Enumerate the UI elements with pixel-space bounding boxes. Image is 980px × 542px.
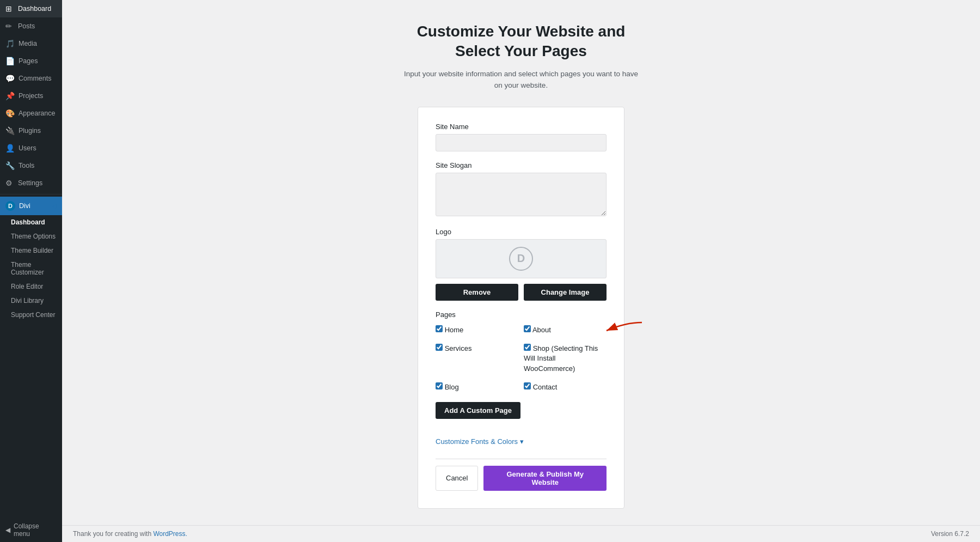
checkbox-blog[interactable] bbox=[436, 382, 443, 389]
site-slogan-label: Site Slogan bbox=[436, 161, 607, 169]
customize-fonts-link[interactable]: Customize Fonts & Colors ▾ bbox=[436, 437, 607, 446]
page-checkbox-about[interactable]: About bbox=[524, 324, 607, 335]
page-checkbox-contact[interactable]: Contact bbox=[524, 381, 607, 392]
sidebar-item-posts[interactable]: ✏ Posts bbox=[0, 17, 62, 35]
sidebar-item-media[interactable]: 🎵 Media bbox=[0, 35, 62, 52]
divi-arrow-icon: ◀ bbox=[52, 203, 57, 209]
pages-icon: 📄 bbox=[5, 57, 15, 65]
chevron-down-icon: ▾ bbox=[520, 437, 524, 446]
remove-button[interactable]: Remove bbox=[436, 284, 518, 301]
page-checkbox-services[interactable]: Services bbox=[436, 343, 518, 374]
settings-icon: ⚙ bbox=[5, 179, 14, 187]
form-card: Site Name Site Slogan Logo D Remove Chan… bbox=[418, 107, 624, 509]
add-custom-page-button[interactable]: Add A Custom Page bbox=[436, 402, 520, 419]
divi-icon: D bbox=[5, 201, 15, 211]
main-content: Customize Your Website and Select Your P… bbox=[62, 0, 980, 542]
checkbox-services[interactable] bbox=[436, 344, 443, 351]
page-title: Customize Your Website and Select Your P… bbox=[417, 22, 626, 62]
users-icon: 👤 bbox=[5, 144, 15, 153]
wordpress-link[interactable]: WordPress. bbox=[153, 530, 187, 538]
site-slogan-input[interactable] bbox=[436, 173, 607, 216]
site-slogan-group: Site Slogan bbox=[436, 161, 607, 218]
sidebar-item-appearance[interactable]: 🎨 Appearance bbox=[0, 105, 62, 122]
appearance-icon: 🎨 bbox=[5, 109, 15, 118]
divi-section: D Divi ◀ Dashboard Theme Options Theme B… bbox=[0, 197, 62, 322]
sidebar-item-dashboard[interactable]: ⊞ Dashboard bbox=[0, 0, 62, 17]
sidebar-item-comments[interactable]: 💬 Comments bbox=[0, 70, 62, 87]
page-subtitle: Input your website information and selec… bbox=[404, 68, 638, 92]
sidebar-item-pages[interactable]: 📄 Pages bbox=[0, 52, 62, 70]
pages-grid: Home About bbox=[436, 324, 607, 395]
collapse-icon: ◀ bbox=[5, 526, 10, 534]
logo-placeholder: D bbox=[509, 247, 533, 271]
sidebar-item-tools[interactable]: 🔧 Tools bbox=[0, 157, 62, 174]
footer-bar: Thank you for creating with WordPress. V… bbox=[62, 525, 980, 542]
pages-section-title: Pages bbox=[436, 310, 607, 319]
projects-icon: 📌 bbox=[5, 92, 15, 100]
divi-submenu-divi-library[interactable]: Divi Library bbox=[0, 294, 62, 308]
divi-submenu-dashboard[interactable]: Dashboard bbox=[0, 215, 62, 229]
sidebar-divider bbox=[0, 194, 62, 194]
tools-icon: 🔧 bbox=[5, 161, 15, 170]
collapse-menu-button[interactable]: ◀ Collapse menu bbox=[0, 518, 62, 542]
site-name-input[interactable] bbox=[436, 134, 607, 151]
divi-submenu-theme-options[interactable]: Theme Options bbox=[0, 229, 62, 243]
media-icon: 🎵 bbox=[5, 39, 15, 48]
divi-submenu-support-center[interactable]: Support Center bbox=[0, 308, 62, 322]
logo-area: D bbox=[436, 239, 607, 278]
divi-label: Divi bbox=[19, 202, 30, 210]
page-area: Customize Your Website and Select Your P… bbox=[62, 0, 980, 542]
dashboard-icon: ⊞ bbox=[5, 4, 14, 13]
checkbox-shop[interactable] bbox=[524, 344, 531, 351]
site-name-label: Site Name bbox=[436, 123, 607, 131]
pages-group: Pages Home About bbox=[436, 310, 607, 428]
plugins-icon: 🔌 bbox=[5, 126, 15, 135]
page-checkbox-shop[interactable]: Shop (Selecting This Will Install WooCom… bbox=[524, 343, 607, 374]
divi-submenu-theme-builder[interactable]: Theme Builder bbox=[0, 243, 62, 258]
divi-submenu-theme-customizer[interactable]: Theme Customizer bbox=[0, 258, 62, 279]
site-name-group: Site Name bbox=[436, 123, 607, 151]
checkbox-contact[interactable] bbox=[524, 382, 531, 389]
footer-text: Thank you for creating with WordPress. bbox=[73, 530, 187, 538]
checkbox-home[interactable] bbox=[436, 325, 443, 332]
sidebar: ⊞ Dashboard ✏ Posts 🎵 Media 📄 Pages 💬 Co… bbox=[0, 0, 62, 542]
logo-buttons: Remove Change Image bbox=[436, 284, 607, 301]
divi-submenu-role-editor[interactable]: Role Editor bbox=[0, 279, 62, 294]
logo-group: Logo D Remove Change Image bbox=[436, 228, 607, 301]
change-image-button[interactable]: Change Image bbox=[524, 284, 607, 301]
sidebar-item-settings[interactable]: ⚙ Settings bbox=[0, 174, 62, 192]
sidebar-item-users[interactable]: 👤 Users bbox=[0, 139, 62, 157]
page-checkbox-blog[interactable]: Blog bbox=[436, 381, 518, 392]
publish-button[interactable]: Generate & Publish My Website bbox=[483, 466, 607, 491]
cancel-button[interactable]: Cancel bbox=[436, 466, 478, 491]
comments-icon: 💬 bbox=[5, 74, 15, 83]
card-footer: Cancel Generate & Publish My Website bbox=[436, 459, 607, 491]
sidebar-item-projects[interactable]: 📌 Projects bbox=[0, 87, 62, 105]
page-checkbox-home[interactable]: Home bbox=[436, 324, 518, 335]
sidebar-item-plugins[interactable]: 🔌 Plugins bbox=[0, 122, 62, 139]
posts-icon: ✏ bbox=[5, 22, 14, 31]
version-text: Version 6.7.2 bbox=[931, 530, 969, 538]
logo-label: Logo bbox=[436, 228, 607, 236]
divi-header[interactable]: D Divi ◀ bbox=[0, 197, 62, 215]
checkbox-about[interactable] bbox=[524, 325, 531, 332]
